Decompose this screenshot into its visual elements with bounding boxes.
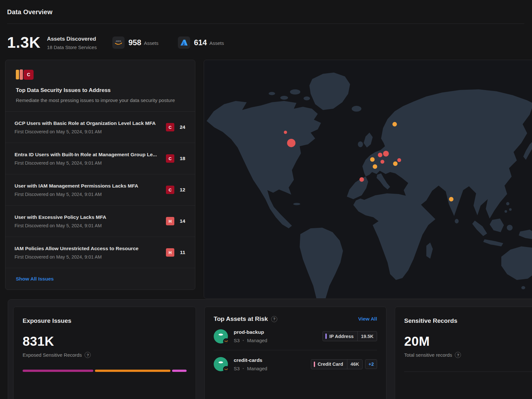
issue-discovered-date: First Discovered on May 5, 2024, 9:01 AM xyxy=(15,192,161,197)
exposure-bar-segment xyxy=(172,370,187,372)
azure-icon xyxy=(178,36,190,49)
map-marker[interactable] xyxy=(381,160,384,164)
issue-count: 24 xyxy=(174,124,185,130)
top-assets-title: Top Assets at Risk xyxy=(214,315,268,322)
azure-assets-unit: Assets xyxy=(210,39,224,46)
issue-count: 18 xyxy=(174,156,185,161)
assets-total-labels: Assets Discovered 18 Data Store Services xyxy=(47,35,97,50)
issue-discovered-date: First Discovered on May 5, 2024, 9:01 AM xyxy=(15,129,161,134)
tag-name: Credit Card xyxy=(318,362,343,367)
tag-color-bar xyxy=(314,362,315,367)
records-divider xyxy=(404,372,532,372)
top-issues-card: C Top Data Security Issues to Address Re… xyxy=(5,60,195,290)
more-tags-badge[interactable]: +2 xyxy=(365,359,377,369)
asset-row[interactable]: credit-cards S3 Managed Credit Card 46K xyxy=(214,350,377,378)
issue-row[interactable]: User with Excessive Policy Lacks MFA Fir… xyxy=(5,206,195,237)
bottom-section: Exposure Issues 831K Exposed Sensitive R… xyxy=(8,299,532,399)
issues-footer: Show All Issues xyxy=(5,268,195,290)
issue-title: Entra ID Users with Built-In Role at Man… xyxy=(15,152,161,158)
exposure-issues-label: Exposed Sensitive Records xyxy=(23,352,82,358)
sensitive-records-card: Sensitive Records 20M Total sensitive re… xyxy=(395,307,532,399)
issue-row[interactable]: GCP Users with Basic Role at Organizatio… xyxy=(5,112,195,143)
issue-count: 11 xyxy=(174,250,185,255)
top-issues-subtitle: Remediate the most pressing issues to im… xyxy=(16,97,185,103)
issue-title: GCP Users with Basic Role at Organizatio… xyxy=(15,120,161,126)
svg-text:aws: aws xyxy=(116,39,121,43)
issue-row[interactable]: IAM Policies Allow Unrestricted Access t… xyxy=(5,237,195,268)
aws-assets-unit: Assets xyxy=(144,39,159,46)
issue-title: User with IAM Management Permissions Lac… xyxy=(15,183,161,189)
severity-badge: C xyxy=(166,186,174,194)
severity-bar-salmon xyxy=(20,69,23,80)
aws-mini-badge-icon xyxy=(223,366,229,372)
severity-stack-icon: C xyxy=(16,69,185,80)
main-row: C Top Data Security Issues to Address Re… xyxy=(0,60,532,299)
map-marker[interactable] xyxy=(397,158,401,162)
provider-stat-aws: aws 958 Assets xyxy=(112,36,159,49)
exposure-distribution-bar xyxy=(23,370,187,372)
sensitive-records-label: Total sensitive records xyxy=(404,352,452,358)
issue-title: User with Excessive Policy Lacks MFA xyxy=(15,214,161,220)
map-marker[interactable] xyxy=(393,122,397,127)
top-assets-card: Top Assets at Risk View All xyxy=(204,307,386,399)
severity-badge: H xyxy=(166,248,174,257)
sensitive-records-value: 20M xyxy=(404,334,532,349)
exposure-issues-card: Exposure Issues 831K Exposed Sensitive R… xyxy=(13,307,196,399)
stats-row: 1.3K Assets Discovered 18 Data Store Ser… xyxy=(0,24,532,60)
map-marker[interactable] xyxy=(393,161,398,166)
tag-name: IP Address xyxy=(329,334,353,339)
aws-assets-value: 958 xyxy=(128,38,141,47)
issue-title: IAM Policies Allow Unrestricted Access t… xyxy=(15,246,161,251)
issue-count: 12 xyxy=(174,187,185,193)
asset-status: Managed xyxy=(247,338,267,343)
severity-badge: H xyxy=(166,217,174,225)
assets-total-value: 1.3K xyxy=(7,34,40,51)
asset-avatar xyxy=(214,357,228,371)
severity-bar-orange xyxy=(16,70,19,79)
provider-stat-azure: 614 Assets xyxy=(178,36,224,49)
asset-type: S3 xyxy=(234,338,240,343)
show-all-issues-link[interactable]: Show All Issues xyxy=(16,276,54,281)
tag-count: 46K xyxy=(347,360,363,369)
top-issues-header: C Top Data Security Issues to Address Re… xyxy=(5,60,195,111)
tag-count: 19.5K xyxy=(357,332,377,341)
assets-total-label: Assets Discovered xyxy=(47,36,97,42)
map-marker[interactable] xyxy=(359,177,364,182)
map-marker[interactable] xyxy=(287,139,295,147)
world-map xyxy=(204,60,532,298)
assets-total-sublabel: 18 Data Store Services xyxy=(47,45,97,50)
page-header: Data Overview xyxy=(0,0,532,24)
map-marker[interactable] xyxy=(449,197,454,201)
aws-mini-badge-icon xyxy=(223,338,229,344)
issues-list: GCP Users with Basic Role at Organizatio… xyxy=(5,111,195,268)
help-icon[interactable] xyxy=(271,316,277,322)
exposure-bar-segment xyxy=(23,370,93,372)
exposure-issues-value: 831K xyxy=(23,334,187,349)
issue-row[interactable]: User with IAM Management Permissions Lac… xyxy=(5,174,195,206)
map-continents xyxy=(207,73,532,298)
help-icon[interactable] xyxy=(85,352,91,358)
issue-discovered-date: First Discovered on May 5, 2024, 9:01 AM xyxy=(15,254,161,260)
asset-avatar xyxy=(214,329,228,343)
dot-separator xyxy=(243,368,244,369)
map-marker[interactable] xyxy=(284,131,287,134)
issue-discovered-date: First Discovered on May 5, 2024, 9:01 AM xyxy=(15,160,161,166)
map-marker[interactable] xyxy=(373,164,377,169)
issue-discovered-date: First Discovered on May 5, 2024, 9:01 AM xyxy=(15,223,161,228)
asset-status: Managed xyxy=(247,366,267,371)
tag-color-bar xyxy=(325,333,327,339)
map-marker[interactable] xyxy=(370,157,375,162)
asset-type: S3 xyxy=(234,366,240,371)
issue-row[interactable]: Entra ID Users with Built-In Role at Man… xyxy=(5,143,195,174)
azure-assets-value: 614 xyxy=(194,38,207,47)
map-marker[interactable] xyxy=(383,151,389,157)
severity-badge: C xyxy=(166,123,174,131)
top-issues-title: Top Data Security Issues to Address xyxy=(16,87,185,94)
severity-critical-icon: C xyxy=(24,70,34,80)
asset-row[interactable]: prod-backup S3 Managed IP Address 19.5K xyxy=(214,322,377,350)
sensitive-records-title: Sensitive Records xyxy=(404,317,532,324)
map-marker[interactable] xyxy=(378,153,383,157)
view-all-link[interactable]: View All xyxy=(358,316,377,322)
world-map-card xyxy=(204,60,532,299)
help-icon[interactable] xyxy=(455,352,461,358)
